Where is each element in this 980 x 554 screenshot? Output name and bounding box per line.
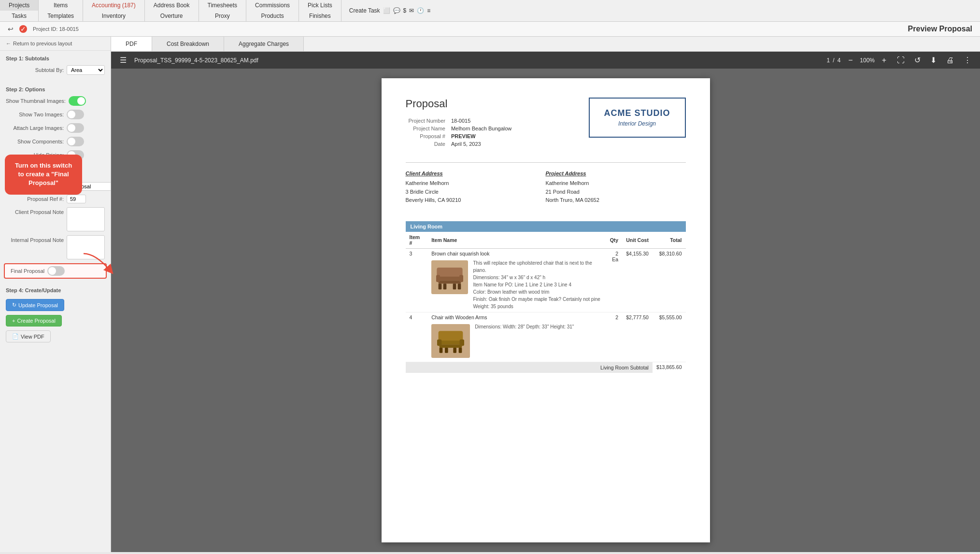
client-line2: Beverly Hills, CA 90210 — [406, 196, 546, 205]
more-options-button[interactable]: ⋮ — [961, 55, 974, 66]
tab-aggregate[interactable]: Aggregate Charges — [224, 37, 304, 51]
table-row: 3 Brown chair squarish look — [406, 248, 686, 312]
subtotal-value: $13,865.60 — [653, 362, 686, 373]
subtotal-label: Living Room Subtotal — [406, 362, 653, 373]
svg-rect-15 — [439, 331, 463, 341]
subtotal-by-row: Subtotal By: Area Category — [0, 63, 111, 77]
project-address-heading: Project Address — [546, 170, 686, 176]
col-qty: Qty — [604, 232, 622, 249]
col-item-name: Item Name — [427, 232, 604, 249]
company-sub: Interior Design — [604, 120, 670, 127]
show-thumbnail-toggle[interactable] — [69, 96, 86, 106]
col-total: Total — [653, 232, 686, 249]
attach-large-toggle[interactable] — [67, 123, 84, 133]
nav-timesheets[interactable]: Timesheets — [199, 0, 246, 11]
nav-overture[interactable]: Overture — [145, 11, 199, 21]
top-navigation: Projects Tasks Items Templates Accountin… — [0, 0, 980, 22]
tab-pdf[interactable]: PDF — [111, 37, 152, 51]
zoom-controls: − 100% + — [845, 55, 889, 66]
item-detail-2: Chair with Wooden Arms — [427, 312, 604, 362]
svg-rect-13 — [445, 348, 448, 353]
show-components-toggle[interactable] — [67, 137, 84, 146]
show-two-images-toggle[interactable] — [67, 110, 84, 119]
col-unit-cost: Unit Cost — [622, 232, 653, 249]
nav-commissions[interactable]: Commissions — [246, 0, 298, 11]
view-pdf-row: 📄 View PDF — [0, 330, 111, 342]
final-proposal-toggle[interactable] — [47, 266, 65, 276]
client-note-textarea[interactable] — [67, 207, 105, 231]
hamburger-icon[interactable]: ☰ — [117, 55, 129, 66]
item-image-1 — [431, 260, 468, 294]
client-line1: 3 Bridle Circle — [406, 188, 546, 197]
nav-col-items: Items Templates — [39, 0, 83, 21]
attach-large-label: Attach Large Images: — [6, 125, 64, 131]
items-table: Item # Item Name Qty Unit Cost Total — [406, 232, 686, 373]
back-link[interactable]: ← Return to previous layout — [0, 37, 111, 51]
nav-finishes[interactable]: Finishes — [299, 11, 341, 21]
subtotal-label: Subtotal By: — [6, 67, 64, 73]
nav-tasks[interactable]: Tasks — [0, 11, 38, 21]
item-total-2: $5,555.00 — [653, 312, 686, 362]
create-proposal-button[interactable]: + Create Proposal — [6, 315, 62, 327]
nav-accounting[interactable]: Accounting (187) — [83, 0, 144, 11]
proposal-document-header: Proposal Project Number 18-0015 Project … — [406, 98, 686, 148]
header-bar: ↩ ✓ Project ID: 18-0015 Preview Proposal — [0, 22, 980, 37]
nav-addressbook[interactable]: Address Book — [145, 0, 199, 11]
update-proposal-button[interactable]: ↻ Update Proposal — [6, 299, 64, 311]
show-two-images-label: Show Two Images: — [6, 112, 64, 117]
project-line1: 21 Pond Road — [546, 188, 686, 197]
nav-picklists[interactable]: Pick Lists — [299, 0, 341, 11]
svg-rect-6 — [437, 268, 463, 277]
nav-projects[interactable]: Projects — [0, 0, 38, 11]
rotate-button[interactable]: ↺ — [911, 55, 923, 66]
show-thumbnail-row: Show Thumbnail Images: — [0, 94, 111, 108]
proposal-ref-label: Proposal Ref #: — [6, 196, 64, 202]
project-number-label: Project Number — [406, 117, 448, 125]
nav-proxy[interactable]: Proxy — [199, 11, 246, 21]
subtotal-select[interactable]: Area Category — [67, 65, 105, 75]
back-icon: ↩ — [8, 25, 14, 33]
svg-rect-17 — [460, 339, 464, 345]
tab-cost-breakdown[interactable]: Cost Breakdown — [152, 37, 224, 51]
fullscreen-button[interactable]: ⛶ — [894, 55, 908, 66]
item-image-2 — [431, 324, 470, 358]
project-line2: North Truro, MA 02652 — [546, 196, 686, 205]
project-name-addr: Katherine Melhorn — [546, 179, 686, 188]
show-components-label: Show Components: — [6, 139, 64, 144]
project-number-value: 18-0015 — [448, 117, 514, 125]
zoom-out-button[interactable]: − — [845, 55, 855, 66]
create-task-button[interactable]: Create Task ⬜ 💬 $ ✉ 🕐 ≡ — [349, 7, 431, 14]
svg-rect-10 — [440, 344, 462, 348]
view-pdf-button[interactable]: 📄 View PDF — [6, 330, 51, 342]
brown-chair-svg — [433, 263, 467, 292]
nav-inventory[interactable]: Inventory — [83, 11, 144, 21]
right-panel: PDF Cost Breakdown Aggregate Charges ☰ P… — [111, 37, 980, 552]
nav-col-projects: Projects Tasks — [0, 0, 39, 21]
item-desc-2: Dimensions: Width: 28" Depth: 33" Height… — [475, 323, 574, 330]
item-unit-cost-1: $4,155.30 — [622, 248, 653, 312]
svg-rect-1 — [439, 280, 461, 284]
svg-rect-5 — [453, 284, 456, 289]
nav-col-picklists: Pick Lists Finishes — [299, 0, 341, 21]
page-current: 1 — [827, 57, 830, 64]
proposal-ref-input[interactable] — [67, 195, 86, 203]
attach-large-row: Attach Large Images: — [0, 121, 111, 135]
pdf-icon: 📄 — [12, 333, 19, 340]
client-note-row: Client Proposal Note — [0, 205, 111, 233]
nav-products[interactable]: Products — [246, 11, 298, 21]
project-id: Project ID: 18-0015 — [33, 26, 79, 32]
client-address-block: Client Address Katherine Melhorn 3 Bridl… — [406, 170, 546, 205]
print-button[interactable]: 🖨 — [943, 55, 957, 66]
nav-items[interactable]: Items — [39, 0, 83, 11]
show-two-images-row: Show Two Images: — [0, 108, 111, 121]
zoom-in-button[interactable]: + — [879, 55, 889, 66]
proposal-meta: Project Number 18-0015 Project Name Melh… — [406, 117, 515, 148]
page-total: 4 — [838, 57, 841, 64]
show-components-row: Show Components: — [0, 135, 111, 148]
main-layout: ← Return to previous layout Step 1: Subt… — [0, 37, 980, 552]
pdf-toolbar: ☰ Proposal_TSS_99999_4-5-2023_80625_AM.p… — [111, 52, 980, 69]
download-button[interactable]: ⬇ — [927, 55, 939, 66]
nav-templates[interactable]: Templates — [39, 11, 83, 21]
item-name-2: Chair with Wooden Arms — [431, 314, 600, 320]
pdf-filename: Proposal_TSS_99999_4-5-2023_80625_AM.pdf — [134, 57, 822, 64]
